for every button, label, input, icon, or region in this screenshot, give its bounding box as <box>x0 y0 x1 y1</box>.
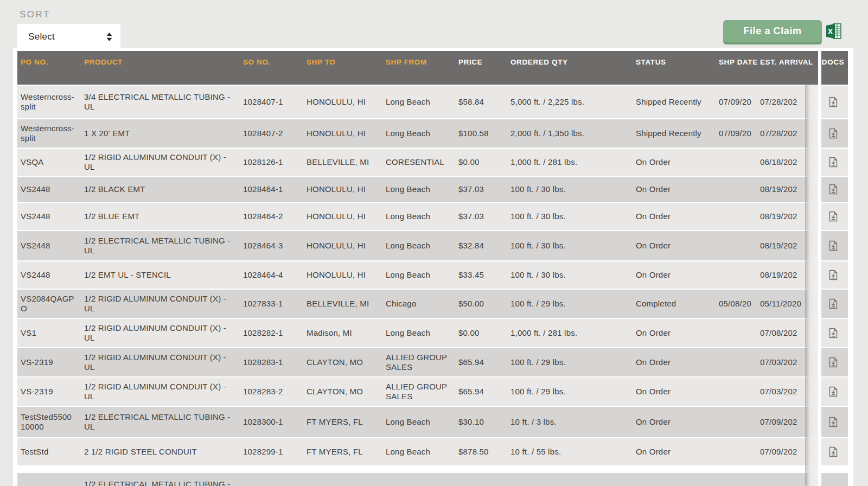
download-doc-icon[interactable] <box>818 97 848 107</box>
sort-arrows-icon <box>106 32 113 42</box>
cell-so: 1028464-2 <box>243 212 307 221</box>
table-row: 1/2 ELECTRICAL METALLIC TUBING - UL <box>17 473 848 486</box>
excel-export-icon[interactable]: X <box>825 22 843 40</box>
cell-po: VSQA <box>17 157 84 167</box>
header-docs[interactable]: DOCS <box>818 51 848 67</box>
cell-shp_to: HONOLULU, HI <box>307 97 386 107</box>
cell-qty: 1,000 ft. / 281 lbs. <box>510 328 636 338</box>
download-doc-icon[interactable] <box>818 184 848 195</box>
cell-product: 3/4 ELECTRICAL METALLIC TUBING - UL <box>84 92 243 112</box>
header-qty[interactable]: ORDERED QTY <box>510 51 636 67</box>
cell-price: $37.03 <box>458 212 510 221</box>
cell-status: On Order <box>636 328 719 338</box>
cell-shp_to: Madison, MI <box>307 328 386 338</box>
download-doc-icon[interactable] <box>818 157 848 168</box>
sort-label: SORT <box>20 9 50 20</box>
cell-so: 1028283-2 <box>243 387 307 397</box>
cell-so: 1028283-1 <box>243 357 307 367</box>
cell-shp_to: CLAYTON, MO <box>307 387 386 397</box>
cell-qty: 100 ft. / 30 lbs. <box>510 212 636 221</box>
cell-product: 1/2 RIGID ALUMINUM CONDUIT (X) - UL <box>84 294 243 314</box>
header-shp_date[interactable]: SHP DATE <box>719 51 760 67</box>
cell-po: Westerncross-split <box>17 124 84 143</box>
cell-shp_date: 07/09/20 <box>719 97 760 107</box>
cell-price: $37.03 <box>458 184 510 194</box>
cell-shp_to: HONOLULU, HI <box>307 129 386 138</box>
header-po[interactable]: PO NO. <box>17 51 84 67</box>
cell-shp_to: HONOLULU, HI <box>307 270 386 280</box>
file-claim-button[interactable]: File a Claim <box>723 20 822 42</box>
cell-product: 1/2 RIGID ALUMINUM CONDUIT (X) - UL <box>84 152 243 172</box>
cell-shp_from: Long Beach <box>386 97 458 107</box>
cell-status: On Order <box>636 357 719 367</box>
cell-so: 1028464-4 <box>243 270 307 280</box>
cell-shp_from: Long Beach <box>386 447 458 457</box>
download-doc-icon[interactable] <box>818 417 848 427</box>
cell-status: On Order <box>636 417 719 427</box>
download-doc-icon[interactable] <box>818 270 848 280</box>
header-est_arrival[interactable]: EST. ARRIVAL <box>760 51 818 67</box>
cell-shp_to: BELLEVILLE, MI <box>307 157 386 167</box>
cell-product: 1/2 BLACK EMT <box>84 184 243 194</box>
header-price[interactable]: PRICE <box>458 51 510 67</box>
cell-shp_from: Long Beach <box>386 184 458 194</box>
header-shp_from[interactable]: SHP FROM <box>386 51 458 67</box>
cell-po: Westerncross-split <box>17 92 84 112</box>
table-row: Westerncross-split3/4 ELECTRICAL METALLI… <box>17 86 848 118</box>
cell-product: 1/2 ELECTRICAL METALLIC TUBING - UL <box>84 479 243 486</box>
cell-shp_from: Long Beach <box>386 328 458 338</box>
table-header-row: PO NO.PRODUCTSO NO.SHP TOSHP FROMPRICEOR… <box>17 51 848 85</box>
download-doc-icon[interactable] <box>818 211 848 222</box>
download-doc-icon[interactable] <box>818 357 848 368</box>
cell-shp_from: Long Beach <box>386 129 458 138</box>
cell-po: TestSted550010000 <box>17 412 84 432</box>
cell-product: 1/2 BLUE EMT <box>84 212 243 221</box>
cell-so: 1028282-1 <box>243 328 307 338</box>
cell-status: Shipped Recently <box>636 97 719 107</box>
download-doc-icon[interactable] <box>818 446 848 457</box>
cell-po: VS-2319 <box>17 387 84 397</box>
header-product[interactable]: PRODUCT <box>84 51 243 67</box>
cell-so: 1027833-1 <box>243 299 307 309</box>
cell-qty: 10 ft. / 3 lbs. <box>510 417 636 427</box>
cell-qty: 100 ft. / 29 lbs. <box>510 387 636 397</box>
cell-qty: 100 ft. / 29 lbs. <box>510 357 636 367</box>
cell-price: $65.94 <box>458 357 510 367</box>
table-row: TestSted5500100001/2 ELECTRICAL METALLIC… <box>17 407 848 437</box>
cell-product: 1/2 RIGID ALUMINUM CONDUIT (X) - UL <box>84 382 243 401</box>
orders-page: SORT Select File a Claim X PO NO.PRODUCT… <box>0 0 868 486</box>
cell-shp_to: HONOLULU, HI <box>307 241 386 251</box>
download-doc-icon[interactable] <box>818 298 848 309</box>
cell-shp_from: ALLIED GROUP SALES <box>386 382 458 401</box>
header-so[interactable]: SO NO. <box>243 51 307 67</box>
sort-select[interactable]: Select <box>17 24 120 50</box>
download-doc-icon[interactable] <box>818 386 848 397</box>
cell-price: $0.00 <box>458 157 510 167</box>
download-doc-icon[interactable] <box>818 240 848 251</box>
vertical-scrollbar[interactable] <box>805 85 818 486</box>
cell-status: On Order <box>636 241 719 251</box>
cell-so: 1028407-2 <box>243 129 307 138</box>
cell-shp_to: HONOLULU, HI <box>307 212 386 221</box>
header-status[interactable]: STATUS <box>636 51 719 67</box>
cell-status: On Order <box>636 184 719 194</box>
table-row: VS24481/2 BLACK EMT1028464-1HONOLULU, HI… <box>17 177 848 202</box>
cell-price: $58.84 <box>458 97 510 107</box>
cell-status: On Order <box>636 212 719 221</box>
table-row: VS-23191/2 RIGID ALUMINUM CONDUIT (X) - … <box>17 378 848 406</box>
download-doc-icon[interactable] <box>818 328 848 338</box>
table-row: VS24481/2 ELECTRICAL METALLIC TUBING - U… <box>17 231 848 260</box>
cell-po: VS2448 <box>17 241 84 251</box>
table-row: TestStd2 1/2 RIGID STEEL CONDUIT1028299-… <box>17 438 848 465</box>
cell-product: 2 1/2 RIGID STEEL CONDUIT <box>84 447 243 457</box>
header-shp_to[interactable]: SHP TO <box>307 51 386 67</box>
cell-so: 1028126-1 <box>243 157 307 167</box>
table-row: VS2084QAGPO1/2 RIGID ALUMINUM CONDUIT (X… <box>17 290 848 318</box>
cell-shp_from: Long Beach <box>386 241 458 251</box>
cell-po: TestStd <box>17 447 84 457</box>
cell-price: $65.94 <box>458 387 510 397</box>
cell-qty: 10 ft. / 55 lbs. <box>510 447 636 457</box>
cell-shp_from: ALLIED GROUP SALES <box>386 353 458 372</box>
svg-text:X: X <box>828 27 833 36</box>
download-doc-icon[interactable] <box>818 128 848 139</box>
